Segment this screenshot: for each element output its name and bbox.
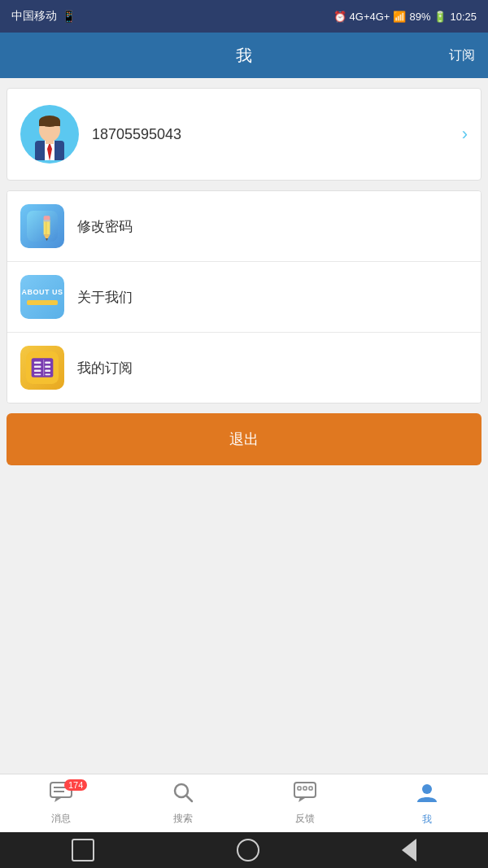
svg-rect-24 <box>45 370 50 373</box>
nav-search-label: 搜索 <box>173 812 193 826</box>
profile-chevron-icon: › <box>462 124 468 145</box>
aboutus-icon: ABOUT US <box>20 275 64 319</box>
profile-left: 18705595043 <box>20 105 181 164</box>
subscription-action[interactable]: 订阅 <box>449 47 475 64</box>
svg-rect-18 <box>34 366 41 369</box>
feedback-icon <box>294 782 316 809</box>
svg-rect-8 <box>27 211 58 242</box>
bottom-nav: 174 消息 搜索 <box>0 774 488 832</box>
change-password-item[interactable]: 修改密码 <box>7 191 481 262</box>
message-badge: 174 <box>64 779 87 791</box>
svg-rect-7 <box>39 121 60 126</box>
menu-card: 修改密码 ABOUT US 关于我们 <box>7 190 481 403</box>
my-subscription-label: 我的订阅 <box>77 359 133 377</box>
nav-messages[interactable]: 174 消息 <box>0 774 122 832</box>
nav-messages-label: 消息 <box>51 812 71 826</box>
svg-rect-17 <box>34 362 41 364</box>
nav-feedback[interactable]: 反馈 <box>244 774 366 832</box>
change-password-label: 修改密码 <box>77 217 133 236</box>
svg-rect-32 <box>298 787 301 790</box>
my-subscription-item[interactable]: 我的订阅 <box>7 333 481 403</box>
status-right: ⏰ 4G+4G+ 📶 89% 🔋 10:25 <box>333 11 477 23</box>
subscription-icon <box>20 346 64 390</box>
about-us-item[interactable]: ABOUT US 关于我们 <box>7 262 481 333</box>
nav-profile[interactable]: 我 <box>366 774 488 832</box>
avatar <box>20 105 79 164</box>
phone-number: 18705595043 <box>92 126 181 143</box>
logout-button[interactable]: 退出 <box>7 413 481 465</box>
main-content: 18705595043 › <box>0 78 488 774</box>
recent-apps-button[interactable] <box>72 839 94 861</box>
system-nav-bar <box>0 832 488 868</box>
home-button[interactable] <box>237 839 259 861</box>
svg-point-35 <box>422 784 432 794</box>
about-us-label: 关于我们 <box>77 288 133 307</box>
svg-rect-19 <box>34 370 41 373</box>
status-bar: 中国移动 📱 ⏰ 4G+4G+ 📶 89% 🔋 10:25 <box>0 0 488 33</box>
profile-icon <box>416 781 438 809</box>
nav-feedback-label: 反馈 <box>295 812 315 826</box>
svg-rect-34 <box>309 787 312 790</box>
search-icon <box>172 782 194 809</box>
page-title: 我 <box>236 45 252 67</box>
back-button[interactable] <box>402 839 416 861</box>
svg-rect-9 <box>44 216 50 220</box>
header: 我 订阅 <box>0 33 488 78</box>
nav-profile-label: 我 <box>422 813 432 827</box>
status-carrier: 中国移动 📱 <box>11 9 76 24</box>
svg-rect-22 <box>45 362 50 364</box>
svg-rect-20 <box>34 374 41 376</box>
svg-rect-10 <box>44 220 50 234</box>
svg-rect-33 <box>303 787 307 790</box>
svg-rect-25 <box>45 374 50 376</box>
profile-card[interactable]: 18705595043 › <box>7 88 481 181</box>
svg-rect-23 <box>45 366 50 369</box>
pencil-icon <box>20 204 64 248</box>
svg-line-30 <box>186 796 192 801</box>
nav-search[interactable]: 搜索 <box>122 774 244 832</box>
svg-rect-14 <box>44 220 50 221</box>
